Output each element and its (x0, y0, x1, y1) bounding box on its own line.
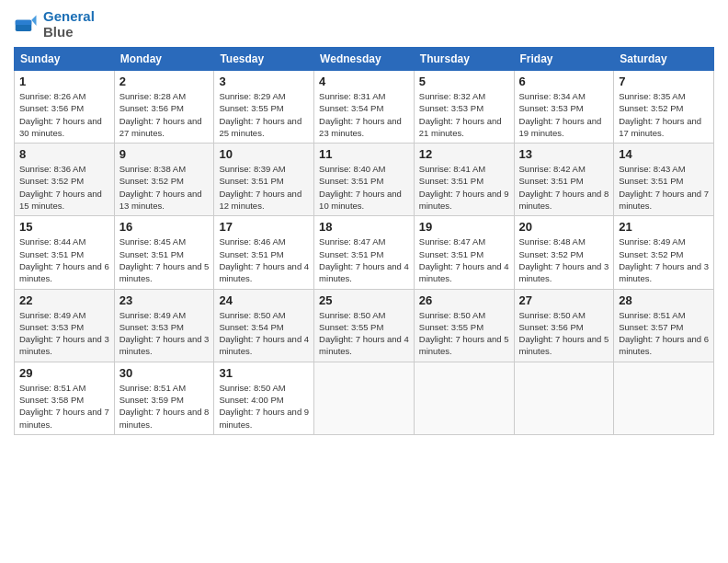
day-cell: 14 Sunrise: 8:43 AM Sunset: 3:51 PM Dayl… (614, 144, 714, 216)
day-cell: 30 Sunrise: 8:51 AM Sunset: 3:59 PM Dayl… (114, 362, 214, 434)
day-info: Sunrise: 8:50 AM Sunset: 3:56 PM Dayligh… (519, 309, 609, 358)
logo: General Blue (14, 9, 95, 40)
day-number: 7 (619, 75, 709, 88)
day-cell: 29 Sunrise: 8:51 AM Sunset: 3:58 PM Dayl… (15, 362, 115, 434)
day-info: Sunrise: 8:51 AM Sunset: 3:57 PM Dayligh… (619, 309, 709, 358)
day-info: Sunrise: 8:28 AM Sunset: 3:56 PM Dayligh… (119, 90, 210, 139)
logo-text: General Blue (43, 9, 95, 40)
day-number: 11 (319, 147, 409, 161)
day-number: 12 (419, 147, 509, 161)
day-info: Sunrise: 8:44 AM Sunset: 3:51 PM Dayligh… (19, 236, 109, 284)
day-info: Sunrise: 8:29 AM Sunset: 3:55 PM Dayligh… (219, 90, 309, 139)
calendar-header-row: SundayMondayTuesdayWednesdayThursdayFrid… (15, 48, 714, 71)
day-cell: 10 Sunrise: 8:39 AM Sunset: 3:51 PM Dayl… (214, 144, 314, 216)
day-cell: 8 Sunrise: 8:36 AM Sunset: 3:52 PM Dayli… (15, 144, 115, 216)
day-info: Sunrise: 8:45 AM Sunset: 3:51 PM Dayligh… (119, 236, 210, 284)
day-info: Sunrise: 8:36 AM Sunset: 3:52 PM Dayligh… (19, 163, 109, 212)
day-cell: 27 Sunrise: 8:50 AM Sunset: 3:56 PM Dayl… (514, 289, 614, 362)
day-cell: 15 Sunrise: 8:44 AM Sunset: 3:51 PM Dayl… (15, 216, 115, 289)
day-info: Sunrise: 8:50 AM Sunset: 4:00 PM Dayligh… (219, 382, 309, 431)
calendar-page: General Blue SundayMondayTuesdayWednesda… (0, 0, 728, 563)
day-cell: 2 Sunrise: 8:28 AM Sunset: 3:56 PM Dayli… (114, 71, 214, 144)
day-info: Sunrise: 8:40 AM Sunset: 3:51 PM Dayligh… (319, 163, 409, 212)
day-number: 8 (19, 147, 109, 161)
day-number: 31 (219, 366, 309, 380)
day-number: 6 (519, 75, 609, 88)
day-info: Sunrise: 8:26 AM Sunset: 3:56 PM Dayligh… (19, 90, 109, 139)
day-info: Sunrise: 8:31 AM Sunset: 3:54 PM Dayligh… (319, 90, 409, 139)
day-info: Sunrise: 8:34 AM Sunset: 3:53 PM Dayligh… (519, 90, 609, 139)
day-number: 14 (619, 147, 709, 161)
day-info: Sunrise: 8:43 AM Sunset: 3:51 PM Dayligh… (619, 163, 709, 212)
day-cell: 22 Sunrise: 8:49 AM Sunset: 3:53 PM Dayl… (15, 289, 115, 362)
header-saturday: Saturday (614, 48, 714, 71)
day-info: Sunrise: 8:50 AM Sunset: 3:55 PM Dayligh… (319, 309, 409, 358)
day-number: 17 (219, 220, 309, 234)
header-thursday: Thursday (414, 48, 514, 71)
day-info: Sunrise: 8:42 AM Sunset: 3:51 PM Dayligh… (519, 163, 609, 212)
day-number: 3 (219, 75, 309, 88)
day-cell: 25 Sunrise: 8:50 AM Sunset: 3:55 PM Dayl… (314, 289, 415, 362)
day-info: Sunrise: 8:39 AM Sunset: 3:51 PM Dayligh… (219, 163, 309, 212)
day-cell: 21 Sunrise: 8:49 AM Sunset: 3:52 PM Dayl… (614, 216, 714, 289)
header-friday: Friday (514, 48, 614, 71)
week-row-1: 1 Sunrise: 8:26 AM Sunset: 3:56 PM Dayli… (15, 71, 714, 144)
day-info: Sunrise: 8:46 AM Sunset: 3:51 PM Dayligh… (219, 236, 309, 284)
header-monday: Monday (114, 48, 214, 71)
day-number: 24 (219, 293, 309, 307)
day-info: Sunrise: 8:38 AM Sunset: 3:52 PM Dayligh… (119, 163, 210, 212)
day-info: Sunrise: 8:49 AM Sunset: 3:53 PM Dayligh… (19, 309, 109, 358)
header: General Blue (14, 9, 714, 40)
day-info: Sunrise: 8:32 AM Sunset: 3:53 PM Dayligh… (419, 90, 509, 139)
day-cell: 9 Sunrise: 8:38 AM Sunset: 3:52 PM Dayli… (114, 144, 214, 216)
day-cell (514, 362, 614, 434)
day-cell: 6 Sunrise: 8:34 AM Sunset: 3:53 PM Dayli… (514, 71, 614, 144)
day-info: Sunrise: 8:48 AM Sunset: 3:52 PM Dayligh… (519, 236, 609, 284)
day-cell: 4 Sunrise: 8:31 AM Sunset: 3:54 PM Dayli… (314, 71, 415, 144)
day-number: 15 (19, 220, 109, 234)
day-cell: 11 Sunrise: 8:40 AM Sunset: 3:51 PM Dayl… (314, 144, 415, 216)
day-number: 19 (419, 220, 509, 234)
day-cell: 17 Sunrise: 8:46 AM Sunset: 3:51 PM Dayl… (214, 216, 314, 289)
day-cell (314, 362, 415, 434)
day-cell: 18 Sunrise: 8:47 AM Sunset: 3:51 PM Dayl… (314, 216, 415, 289)
day-number: 4 (319, 75, 409, 88)
day-number: 16 (119, 220, 210, 234)
day-number: 13 (519, 147, 609, 161)
header-sunday: Sunday (15, 48, 115, 71)
calendar-table: SundayMondayTuesdayWednesdayThursdayFrid… (14, 47, 714, 435)
day-number: 5 (419, 75, 509, 88)
day-info: Sunrise: 8:41 AM Sunset: 3:51 PM Dayligh… (419, 163, 509, 212)
day-number: 23 (119, 293, 210, 307)
day-cell: 28 Sunrise: 8:51 AM Sunset: 3:57 PM Dayl… (614, 289, 714, 362)
day-cell: 3 Sunrise: 8:29 AM Sunset: 3:55 PM Dayli… (214, 71, 314, 144)
day-number: 29 (19, 366, 109, 380)
day-number: 25 (319, 293, 409, 307)
day-cell: 16 Sunrise: 8:45 AM Sunset: 3:51 PM Dayl… (114, 216, 214, 289)
day-info: Sunrise: 8:50 AM Sunset: 3:54 PM Dayligh… (219, 309, 309, 358)
week-row-2: 8 Sunrise: 8:36 AM Sunset: 3:52 PM Dayli… (15, 144, 714, 216)
day-cell: 23 Sunrise: 8:49 AM Sunset: 3:53 PM Dayl… (114, 289, 214, 362)
day-info: Sunrise: 8:49 AM Sunset: 3:53 PM Dayligh… (119, 309, 210, 358)
day-cell: 31 Sunrise: 8:50 AM Sunset: 4:00 PM Dayl… (214, 362, 314, 434)
day-cell: 12 Sunrise: 8:41 AM Sunset: 3:51 PM Dayl… (414, 144, 514, 216)
day-number: 21 (619, 220, 709, 234)
day-info: Sunrise: 8:47 AM Sunset: 3:51 PM Dayligh… (419, 236, 509, 284)
day-cell: 19 Sunrise: 8:47 AM Sunset: 3:51 PM Dayl… (414, 216, 514, 289)
day-number: 22 (19, 293, 109, 307)
day-cell: 24 Sunrise: 8:50 AM Sunset: 3:54 PM Dayl… (214, 289, 314, 362)
day-info: Sunrise: 8:35 AM Sunset: 3:52 PM Dayligh… (619, 90, 709, 139)
day-info: Sunrise: 8:49 AM Sunset: 3:52 PM Dayligh… (619, 236, 709, 284)
day-number: 10 (219, 147, 309, 161)
week-row-5: 29 Sunrise: 8:51 AM Sunset: 3:58 PM Dayl… (15, 362, 714, 434)
day-cell (614, 362, 714, 434)
day-cell: 5 Sunrise: 8:32 AM Sunset: 3:53 PM Dayli… (414, 71, 514, 144)
svg-rect-2 (16, 19, 32, 24)
day-number: 18 (319, 220, 409, 234)
day-cell: 20 Sunrise: 8:48 AM Sunset: 3:52 PM Dayl… (514, 216, 614, 289)
week-row-3: 15 Sunrise: 8:44 AM Sunset: 3:51 PM Dayl… (15, 216, 714, 289)
day-info: Sunrise: 8:51 AM Sunset: 3:59 PM Dayligh… (119, 382, 210, 431)
day-number: 2 (119, 75, 210, 88)
day-number: 30 (119, 366, 210, 380)
day-cell: 7 Sunrise: 8:35 AM Sunset: 3:52 PM Dayli… (614, 71, 714, 144)
